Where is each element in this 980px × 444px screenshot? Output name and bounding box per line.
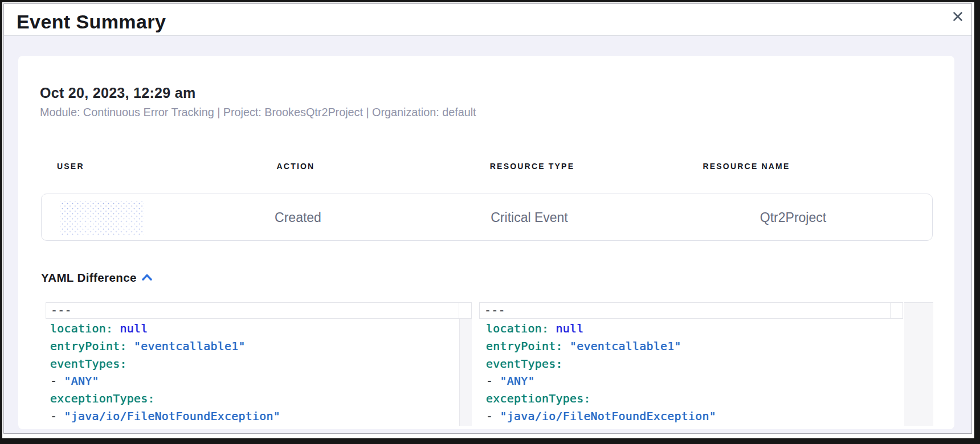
yaml-left-header-text: --- — [46, 303, 459, 318]
yaml-left-scrollbar-track[interactable] — [459, 319, 472, 426]
yaml-right-header-row[interactable]: --- — [479, 302, 891, 319]
close-button[interactable] — [950, 9, 966, 24]
resource-name-cell: Qtr2Project — [760, 209, 826, 225]
modal-title: Event Summary — [17, 10, 166, 34]
column-header-user: USER — [57, 162, 84, 171]
event-table-row: Created Critical Event Qtr2Project — [41, 194, 933, 241]
yaml-right-scrollbar-track[interactable] — [904, 302, 933, 426]
close-icon — [953, 11, 963, 22]
yaml-difference-label: YAML Difference — [41, 271, 137, 285]
modal: Event Summary Oct 20, 2023, 12:29 am Mod… — [4, 4, 971, 433]
yaml-right-scroll-corner[interactable] — [890, 302, 903, 319]
event-card: Oct 20, 2023, 12:29 am Module: Continuou… — [18, 56, 954, 429]
yaml-left-header-row[interactable]: --- — [46, 302, 459, 319]
resource-type-cell: Critical Event — [491, 209, 567, 225]
modal-header: Event Summary — [4, 4, 971, 35]
yaml-left-scroll-corner[interactable] — [459, 302, 472, 319]
action-cell: Created — [275, 209, 321, 225]
modal-body: Oct 20, 2023, 12:29 am Module: Continuou… — [4, 36, 971, 433]
yaml-right-header-text: --- — [480, 303, 890, 318]
event-timestamp: Oct 20, 2023, 12:29 am — [40, 85, 195, 101]
event-summary-modal: Event Summary Oct 20, 2023, 12:29 am Mod… — [0, 0, 980, 444]
chevron-up-icon[interactable] — [141, 273, 153, 282]
column-header-resource-type: RESOURCE TYPE — [490, 162, 574, 171]
yaml-pane-right[interactable]: location: nullentryPoint: "eventcallable… — [486, 320, 716, 425]
column-header-action: ACTION — [277, 162, 315, 171]
event-metadata: Module: Continuous Error Tracking | Proj… — [40, 105, 476, 119]
user-redacted-pattern — [60, 201, 144, 235]
yaml-pane-left[interactable]: location: nullentryPoint: "eventcallable… — [50, 320, 280, 425]
column-header-resource-name: RESOURCE NAME — [703, 162, 790, 171]
